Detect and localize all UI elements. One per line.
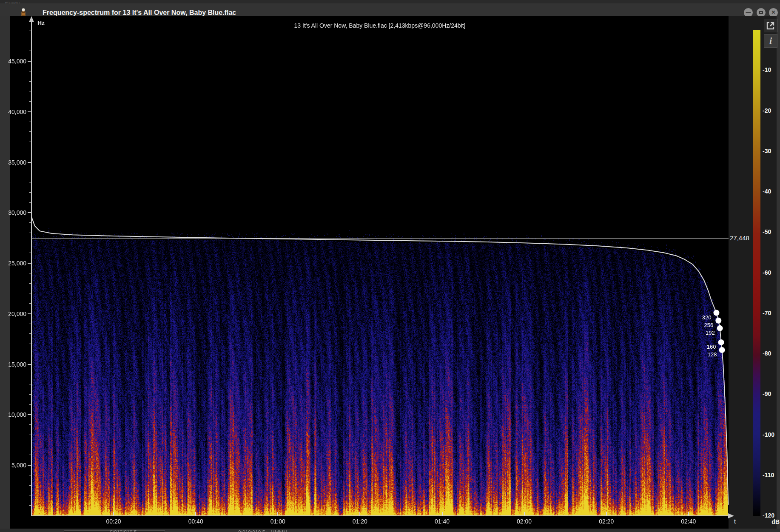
y-minor-tick [29, 182, 31, 182]
y-tick [28, 263, 31, 264]
y-minor-tick [29, 91, 31, 91]
y-tick-label: 30,000 [4, 209, 26, 216]
y-minor-tick [29, 41, 31, 41]
y-minor-tick [29, 495, 31, 495]
y-minor-tick [29, 384, 31, 384]
x-tick-label: 00:40 [183, 518, 208, 525]
y-minor-tick [29, 142, 31, 142]
db-tick-label: -100 [763, 431, 780, 438]
frequency-cutoff-value: 27,448 [730, 234, 749, 242]
y-tick [28, 162, 31, 163]
y-minor-tick [29, 31, 31, 31]
db-unit-label: dB [763, 518, 780, 525]
y-minor-tick [29, 475, 31, 475]
y-tick-label: 5,000 [4, 462, 26, 469]
bitrate-label: 128 [700, 351, 717, 358]
y-minor-tick [29, 394, 31, 395]
x-tick [359, 512, 360, 516]
y-minor-tick [29, 71, 31, 71]
maximize-icon [759, 11, 763, 14]
y-tick-label: 10,000 [4, 411, 26, 418]
frequency-cutoff-line [31, 238, 729, 239]
y-tick-label: 40,000 [4, 108, 26, 115]
y-minor-tick [29, 131, 31, 132]
y-minor-tick [29, 303, 31, 304]
y-minor-tick [29, 435, 31, 435]
spectrogram-canvas [31, 19, 728, 516]
y-minor-tick [29, 222, 31, 223]
x-tick-label: 02:00 [512, 518, 537, 525]
db-tick-label: -40 [763, 188, 780, 195]
title-bar: Frequency-spectrum for 13 It's All Over … [0, 3, 780, 16]
window-title: Frequency-spectrum for 13 It's All Over … [43, 9, 236, 17]
info-button[interactable]: i [764, 34, 777, 48]
background-window-text: Funk: [5, 0, 20, 3]
external-link-icon [766, 21, 775, 30]
x-tick [524, 512, 525, 516]
clipped-footer-text: 0:010:010.5 [110, 529, 137, 532]
y-tick-label: 45,000 [4, 58, 26, 65]
close-button[interactable]: ✕ [769, 8, 778, 17]
popout-button[interactable] [764, 19, 777, 32]
chart-title: 13 It's All Over Now, Baby Blue.flac [2,… [31, 22, 728, 29]
y-minor-tick [29, 445, 31, 445]
db-tick-label: -120 [763, 512, 780, 519]
y-minor-tick [29, 273, 31, 273]
y-minor-tick [29, 324, 31, 324]
y-tick [28, 414, 31, 415]
minimize-button[interactable]: — [744, 8, 753, 17]
x-axis-unit-label: t [734, 518, 736, 525]
y-tick-label: 15,000 [4, 361, 26, 368]
bitrate-label: 160 [699, 344, 716, 350]
y-minor-tick [29, 344, 31, 344]
y-minor-tick [29, 122, 31, 122]
db-tick-label: -90 [763, 390, 780, 397]
y-axis-line [31, 19, 32, 516]
y-minor-tick [29, 283, 31, 284]
bitrate-label: 192 [698, 330, 715, 336]
db-colorbar [753, 30, 760, 516]
maximize-button[interactable] [757, 8, 766, 17]
y-minor-tick [29, 202, 31, 203]
y-tick [28, 364, 31, 365]
y-minor-tick [29, 152, 31, 152]
x-axis-line [31, 515, 731, 516]
y-tick [28, 212, 31, 213]
y-tick [28, 111, 31, 112]
x-tick-label: 00:20 [101, 518, 126, 525]
app-window: Funk: Frequency-spectrum for 13 It's All… [0, 0, 780, 532]
x-tick [277, 512, 278, 516]
x-tick-label: 01:00 [265, 518, 290, 525]
db-tick-label: -50 [763, 228, 780, 235]
y-minor-tick [29, 374, 31, 374]
y-minor-tick [29, 233, 31, 233]
y-minor-tick [29, 505, 31, 506]
x-tick [442, 512, 443, 516]
y-tick [28, 313, 31, 314]
db-tick-label: -110 [763, 472, 780, 478]
y-tick-label: 20,000 [4, 310, 26, 317]
y-minor-tick [29, 51, 31, 51]
y-minor-tick [29, 253, 31, 253]
y-tick-label: 25,000 [4, 260, 26, 267]
db-tick-label: -80 [763, 350, 780, 357]
y-minor-tick [29, 101, 31, 102]
y-minor-tick [29, 172, 31, 172]
y-minor-tick [29, 192, 31, 193]
bottom-clipped-strip: 0:010:010.50:010:010.5 ▸ MMMM [0, 529, 780, 532]
y-minor-tick [29, 293, 31, 293]
y-minor-tick [29, 424, 31, 425]
db-tick-label: -60 [763, 269, 780, 276]
y-tick [28, 61, 31, 62]
y-minor-tick [29, 333, 31, 334]
x-tick [113, 512, 114, 516]
x-tick-label: 02:20 [594, 518, 619, 525]
db-tick-label: -70 [763, 310, 780, 316]
bitrate-label: 320 [694, 314, 711, 321]
db-tick-label: -30 [763, 148, 780, 154]
x-tick-label: 02:40 [676, 518, 701, 525]
db-tick-label: -20 [763, 107, 780, 114]
background-window-edge: Funk: [0, 0, 780, 3]
y-tick [28, 465, 31, 466]
y-minor-tick [29, 81, 31, 82]
